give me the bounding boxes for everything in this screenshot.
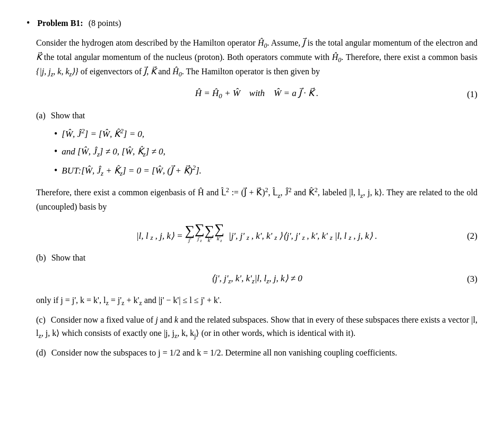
sum-k-prime: ∑ k' <box>205 224 215 243</box>
equation-3: ⟨j', j'z, k', k'z|l, lz, j, k⟩ ≠ 0 (3) <box>36 272 477 287</box>
part-b-letter: (b) <box>36 253 46 262</box>
part-d-content: (d) Consider now the subspaces to j = 1/… <box>36 347 477 360</box>
bullet-dot-1: • <box>54 127 57 141</box>
part-b-label: (b) Show that <box>36 252 477 264</box>
eq1-number: (1) <box>467 88 477 101</box>
part-d: (d) Consider now the subspaces to j = 1/… <box>36 347 477 360</box>
part-b-condition: only if j = j', k = k', lz = j'z + k'z a… <box>36 294 477 308</box>
h0-op: Ĥ0 <box>332 53 342 62</box>
eq3-number: (3) <box>467 272 477 286</box>
basis-set: {|j, jz, k, kz⟩} <box>36 67 79 76</box>
k-op-vec: K⃗ <box>151 67 156 76</box>
problem-label: Problem B1: <box>37 17 83 30</box>
bullet-2-content: and [Ŵ, Ĵz] ≠ 0, [Ŵ, K̂z] ≠ 0, <box>62 145 165 160</box>
problem-body: Consider the hydrogen atom described by … <box>36 37 477 359</box>
bullet-item-1: • [Ŵ, Ĵ2] = [Ŵ, K̂2] = 0, <box>54 126 477 141</box>
bullet-item-3: • BUT:[Ŵ, Ĵz + K̂z] = 0 = [Ŵ, (J⃗ + K⃗)2… <box>54 163 477 179</box>
bullet-dot-2: • <box>54 144 57 159</box>
eq2-number: (2) <box>467 229 477 243</box>
sum-jz-prime: ∑ j'z <box>195 222 205 243</box>
k-vec: K⃗ <box>36 53 41 62</box>
therefore-paragraph: Therefore, there exist a common eigenbas… <box>36 185 477 214</box>
intro-paragraph: Consider the hydrogen atom described by … <box>36 37 477 79</box>
part-a-label: (a) Show that <box>36 109 477 122</box>
part-a-letter: (a) <box>36 111 46 120</box>
part-c-content: (c) Consider now a fixed value of j and … <box>36 314 477 341</box>
bullet-item-2: • and [Ŵ, Ĵz] ≠ 0, [Ŵ, K̂z] ≠ 0, <box>54 144 477 160</box>
part-a: (a) Show that • [Ŵ, Ĵ2] = [Ŵ, K̂2] = 0, … <box>36 109 477 179</box>
h0-op2: Ĥ0 <box>172 67 182 76</box>
j-op: J⃗ <box>144 67 146 76</box>
bullet-3-content: BUT:[Ŵ, Ĵz + K̂z] = 0 = [Ŵ, (J⃗ + K⃗)2]. <box>62 163 201 179</box>
sum-j-prime: ∑ j' <box>185 224 195 243</box>
sum-kz-prime: ∑ k'z <box>214 222 224 243</box>
eq1-content: Ĥ = Ĥ0 + Ŵ with Ŵ = a J⃗ · K⃗ . <box>195 86 318 102</box>
part-a-bullets: • [Ŵ, Ĵ2] = [Ŵ, K̂2] = 0, • and [Ŵ, Ĵz] … <box>49 126 477 179</box>
problem-points: (8 points) <box>89 17 121 30</box>
part-d-letter: (d) <box>36 348 46 357</box>
eq3-content: ⟨j', j'z, k', k'z|l, lz, j, k⟩ ≠ 0 <box>211 272 302 287</box>
eq2-content: |l, lz, j, k⟩ = ∑ j' ∑ j'z ∑ k' <box>136 222 377 243</box>
problem-container: • Problem B1: (8 points) Consider the hy… <box>27 16 477 359</box>
part-c: (c) Consider now a fixed value of j and … <box>36 314 477 341</box>
bullet-dot-3: • <box>54 163 57 178</box>
bullet-1-content: [Ŵ, Ĵ2] = [Ŵ, K̂2] = 0, <box>62 126 144 141</box>
hamilton-op: Ĥ0 <box>258 38 267 47</box>
equation-2: |l, lz, j, k⟩ = ∑ j' ∑ j'z ∑ k' <box>36 222 477 243</box>
problem-header: • Problem B1: (8 points) <box>27 16 477 30</box>
bullet-symbol: • <box>27 16 30 30</box>
j-vec: J⃗ <box>302 38 305 47</box>
part-b: (b) Show that ⟨j', j'z, k', k'z|l, lz, j… <box>36 252 477 308</box>
equation-1: Ĥ = Ĥ0 + Ŵ with Ŵ = a J⃗ · K⃗ . (1) <box>36 86 477 102</box>
part-c-letter: (c) <box>36 315 46 324</box>
